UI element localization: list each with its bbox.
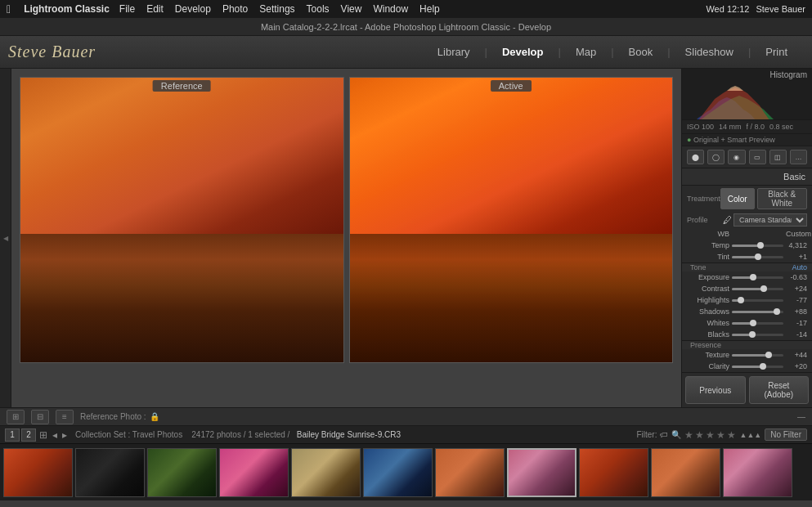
- highlights-value: -77: [786, 296, 807, 304]
- active-photo[interactable]: [349, 77, 674, 363]
- temp-value: 4,312: [786, 241, 807, 249]
- left-panel-toggle[interactable]: ◀: [0, 69, 11, 407]
- tint-row: Tint +1: [682, 251, 812, 262]
- texture-slider[interactable]: [732, 354, 783, 357]
- preset-icon-1[interactable]: ⬤: [687, 150, 704, 164]
- thumb-8-selected[interactable]: [507, 448, 576, 497]
- nav-develop[interactable]: Develop: [502, 46, 544, 58]
- temp-row: Temp 4,312: [682, 240, 812, 251]
- texture-value: +44: [786, 351, 807, 359]
- profile-select[interactable]: Camera Standard v2: [733, 213, 807, 227]
- info-icon-1[interactable]: ⊞: [7, 410, 25, 424]
- previous-button[interactable]: Previous: [685, 376, 746, 404]
- highlights-slider[interactable]: [732, 299, 783, 302]
- thumb-3[interactable]: [147, 448, 217, 497]
- info-icon-2[interactable]: ⊟: [31, 410, 49, 424]
- blacks-value: -14: [786, 330, 807, 339]
- info-icon-3[interactable]: ≡: [56, 410, 74, 424]
- whites-label: Whites: [687, 319, 729, 327]
- preset-icon-6[interactable]: …: [790, 150, 807, 164]
- whites-slider[interactable]: [732, 322, 783, 325]
- blacks-row: Blacks -14: [682, 329, 812, 340]
- menu-help[interactable]: Help: [419, 3, 440, 15]
- nav-left-icon[interactable]: ◂: [51, 429, 59, 441]
- nav-library[interactable]: Library: [437, 46, 470, 58]
- system-status: Wed 12:12 Steve Bauer: [706, 4, 805, 14]
- menu-settings[interactable]: Settings: [259, 3, 294, 15]
- clarity-slider[interactable]: [732, 366, 783, 368]
- highlights-row: Highlights -77: [682, 294, 812, 306]
- nav-book[interactable]: Book: [629, 46, 653, 58]
- star-3[interactable]: ★: [706, 429, 715, 441]
- iso-value: ISO 100: [687, 123, 714, 131]
- star-2[interactable]: ★: [695, 429, 704, 441]
- preset-icon-3[interactable]: ◉: [728, 150, 745, 164]
- menu-photo[interactable]: Photo: [222, 3, 248, 15]
- tone-auto[interactable]: Auto: [792, 263, 807, 271]
- preset-icon-5[interactable]: ◫: [769, 150, 787, 164]
- clarity-value: +20: [786, 362, 807, 370]
- thumb-7[interactable]: [435, 448, 505, 497]
- texture-label: Texture: [687, 351, 729, 359]
- nav-print[interactable]: Print: [765, 46, 787, 58]
- star-5[interactable]: ★: [727, 429, 736, 441]
- page-2[interactable]: 2: [21, 428, 36, 442]
- thumb-4[interactable]: [219, 448, 289, 497]
- filter-icon-1[interactable]: 🏷: [660, 430, 668, 439]
- filmstrip-bar: 1 2 ⊞ ◂ ▸ Collection Set : Travel Photos…: [0, 425, 812, 443]
- star-4[interactable]: ★: [716, 429, 725, 441]
- whites-value: -17: [786, 319, 807, 327]
- contrast-slider[interactable]: [732, 288, 783, 290]
- nav-separator-3: |: [611, 46, 613, 58]
- menu-tools[interactable]: Tools: [307, 3, 330, 15]
- menu-file[interactable]: File: [119, 3, 135, 15]
- bw-button[interactable]: Black & White: [757, 188, 807, 209]
- exposure-slider[interactable]: [732, 276, 783, 279]
- thumb-9[interactable]: [579, 448, 648, 497]
- nav-links: Library | Develop | Map | Book | Slidesh…: [437, 46, 787, 58]
- reference-photo[interactable]: [20, 77, 344, 363]
- nav-grid-icon[interactable]: ⊞: [38, 429, 49, 441]
- preset-icon-2[interactable]: ◯: [707, 150, 725, 164]
- preset-icon-4[interactable]: ▭: [749, 150, 766, 164]
- nav-right-icon[interactable]: ▸: [61, 429, 69, 441]
- thumb-2[interactable]: [75, 448, 145, 497]
- apple-menu[interactable]: : [7, 2, 11, 16]
- active-pane: Active: [349, 77, 674, 399]
- nav-slideshow[interactable]: Slideshow: [685, 46, 733, 58]
- reset-button[interactable]: Reset (Adobe): [749, 376, 810, 404]
- basic-section-header: Basic: [682, 168, 812, 186]
- temp-slider[interactable]: [732, 245, 783, 247]
- menu-view[interactable]: View: [341, 3, 362, 15]
- nav-separator-1: |: [485, 46, 487, 58]
- thumb-1[interactable]: [3, 448, 73, 497]
- nav-separator-2: |: [559, 46, 561, 58]
- shadows-slider[interactable]: [732, 311, 783, 313]
- system-menubar:  Lightroom Classic File Edit Develop Ph…: [0, 0, 812, 18]
- thumb-11[interactable]: [723, 448, 792, 497]
- exposure-value: -0.63: [786, 273, 807, 281]
- star-rating: ★ ★ ★ ★ ★: [684, 429, 736, 441]
- no-filter-badge[interactable]: No Filter: [765, 428, 807, 441]
- menu-develop[interactable]: Develop: [175, 3, 211, 15]
- reference-label: Reference: [153, 80, 211, 92]
- basic-label: Basic: [783, 172, 805, 182]
- tint-slider[interactable]: [732, 256, 783, 258]
- info-bar: ⊞ ⊟ ≡ Reference Photo : 🔒 —: [0, 407, 812, 425]
- histogram-title: Histogram: [682, 69, 812, 81]
- star-1[interactable]: ★: [684, 429, 693, 441]
- filter-icon-2[interactable]: 🔍: [671, 430, 681, 439]
- page-1[interactable]: 1: [5, 428, 20, 442]
- blacks-slider[interactable]: [732, 334, 783, 336]
- wb-label: WB: [687, 230, 729, 238]
- nav-map[interactable]: Map: [576, 46, 596, 58]
- texture-row: Texture +44: [682, 349, 812, 361]
- menu-edit[interactable]: Edit: [146, 3, 164, 15]
- eyedropper-icon[interactable]: 🖊: [723, 215, 732, 225]
- color-button[interactable]: Color: [720, 188, 755, 209]
- blacks-label: Blacks: [687, 330, 729, 339]
- thumb-10[interactable]: [651, 448, 720, 497]
- menu-window[interactable]: Window: [373, 3, 408, 15]
- thumb-6[interactable]: [363, 448, 433, 497]
- thumb-5[interactable]: [291, 448, 361, 497]
